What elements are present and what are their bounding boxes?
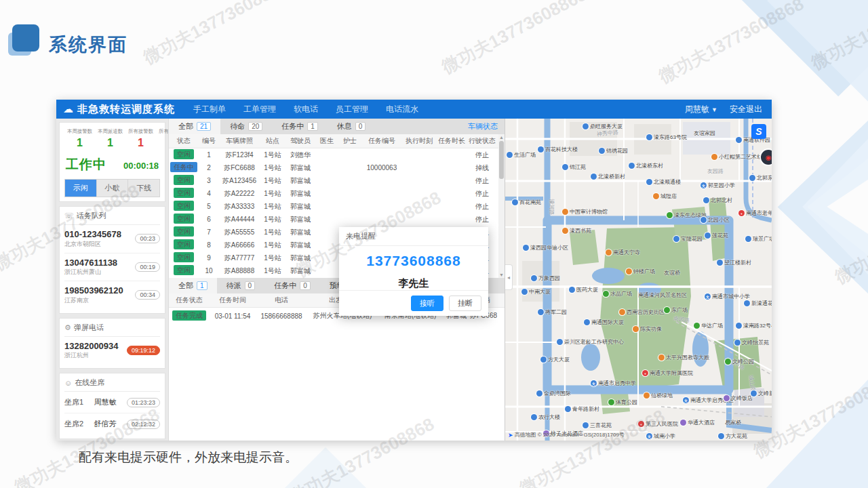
map-poi-label[interactable]: 将军二园 [538,308,567,316]
logout-button[interactable]: 安全退出 [730,104,762,115]
map-poi-label[interactable]: 文南通市启秀中学 [591,380,636,387]
panel-collapse-handle[interactable]: ◂ [505,264,513,290]
nav-item-电话流水[interactable]: 电话流水 [386,104,418,115]
map-poi-label[interactable]: +南通大学附属医院 [642,369,693,377]
scroll-up-icon[interactable]: ▲ [498,134,505,140]
map-poi-label[interactable]: 百花科技大楼 [538,146,578,153]
table-row[interactable]: 空闲3苏A1234561号站郭富城停止 [169,174,505,187]
tab-tasks-ontask[interactable]: 任务中0 [264,278,320,293]
map-poi-label[interactable]: 百花南苑 [512,199,541,206]
table-row[interactable]: 空闲6苏A444441号站郭富城停止 [169,213,505,226]
map-poi-label[interactable]: 南通濠河风景名胜区 [638,291,687,299]
map-poi-label[interactable]: 华通大酒店 [680,419,715,426]
map-poi-label[interactable]: 文峰公园 [725,358,754,365]
tab-vehicles-all[interactable]: 全部21 [169,119,220,134]
call-list-item[interactable]: 13047611138浙江杭州萧山00:19 [64,253,160,282]
map-layers-button[interactable]: S [751,124,766,139]
map-poi-label[interactable]: 文峰新村 [751,390,772,397]
map-poi-label[interactable]: 濠南路32号小区 [736,322,772,329]
map-poi-label[interactable]: 三喜花苑 [583,422,612,429]
map-poi-label[interactable]: 金鼎湾国际 [536,390,571,397]
map-poi-label[interactable]: 北园小区 [701,216,730,224]
map-poi-label[interactable]: 濠西园华迪小区 [523,244,568,251]
call-list-item[interactable]: 13282000934浙江杭州09:19:12 [64,337,160,365]
map-poi-label[interactable]: 水晶广场 [603,290,632,298]
map-poi-label[interactable]: 望江楼新村 [717,259,751,266]
map-poi-label[interactable]: 莲花苑 [705,232,728,239]
map-poi-label[interactable]: 西南营历史街区 [619,308,665,316]
poi-icon: 文 [701,182,707,188]
map-poi-label[interactable]: 南通天宁寺 [606,249,640,256]
map-poi-label[interactable]: 濠西书苑 [562,227,591,235]
answer-button[interactable]: 接听 [411,296,443,311]
map-poi-label[interactable]: 崇川区老龄工作研究中心 [557,338,624,346]
scroll-down-icon[interactable]: ▼ [498,272,505,278]
map-poi-label[interactable]: 太平兴国教寺大殿 [658,354,709,361]
map-poi-label[interactable]: 体育公园 [608,399,637,406]
map-poi-label[interactable]: 北郭北村 [703,197,732,204]
map-poi-label[interactable]: +第三人民医院 [638,420,678,428]
vehicle-table-scrollbar[interactable]: ▲ ▼ [498,134,505,278]
nav-item-软电话[interactable]: 软电话 [294,104,318,115]
map-poi-label[interactable]: 濠东路63号院 [646,134,687,141]
call-list-item[interactable]: 010-12345678北京市朝阳区00:23 [64,225,160,253]
tab-vehicles-rest[interactable]: 休息0 [328,119,376,134]
call-list-item[interactable]: 198503962120江苏南京00:34 [64,281,160,309]
map-poi-label[interactable]: 中国审计博物馆 [562,208,608,216]
map-poi-label[interactable]: 文峰饭店 [724,394,753,402]
map-poi-label[interactable]: 东广场 [664,306,688,314]
map-poi-label[interactable]: 城隍庙 [653,192,677,200]
map-poi-label[interactable]: 北濠桥新村 [591,173,625,180]
map-poi-label[interactable]: 易家桥 [725,419,741,426]
nav-item-工单管理[interactable]: 工单管理 [243,104,276,115]
nav-item-手工制单[interactable]: 手工制单 [193,104,226,115]
map-poi-label[interactable]: 新濠通花园 [744,300,772,307]
vehicle-status-link[interactable]: 车辆状态 [468,121,498,131]
map-poi-label[interactable]: 友谊桥 [664,269,680,277]
map-poi-label[interactable]: 仙桥绿地 [644,392,673,399]
map-poi-label[interactable]: 文峰怡景苑 [734,339,769,346]
map-poi-label[interactable]: 陈实功像 [633,325,662,333]
map-poi-label[interactable]: 万象西园 [531,274,560,282]
map-poi-label[interactable]: 友谊家园 [694,129,715,137]
map-poi-label[interactable]: 方天大厦 [540,356,570,363]
map-poi-label[interactable]: 锦江苑 [562,163,586,171]
tab-tasks-all[interactable]: 全部1 [169,278,217,293]
map-poi-label[interactable]: 文郭里园小学 [701,182,735,189]
map-poi-label[interactable]: 北濠顺通楼 [646,178,681,186]
nav-item-员工管理[interactable]: 员工管理 [336,104,368,115]
map-poi-label[interactable]: 青年路新村 [565,405,599,413]
scrollbar-thumb[interactable] [499,141,504,179]
table-row[interactable]: 空闲4苏A222221号站郭富城停止 [169,187,505,200]
map-poi-label[interactable]: +南通市老年康复医院 [738,209,772,217]
status-badge: 空闲 [174,239,194,249]
map-poi-label[interactable]: 鼎旺服务大厦 [583,123,623,130]
state-button-下线[interactable]: 下线 [127,180,159,197]
map-poi-label[interactable]: 农行大楼 [531,413,560,421]
map-poi-label[interactable]: 北郭东村北 [749,174,772,182]
table-row[interactable]: 任务中2苏FC66881号站郭富城10000063掉线 [169,161,505,174]
table-row[interactable]: 空闲5苏A333331号站郭富城停止 [169,200,505,213]
user-menu[interactable]: 周慧敏 ▼ [685,104,717,115]
state-button-小歇[interactable]: 小歇 [96,180,128,197]
tab-vehicles-ontask[interactable]: 任务中1 [272,119,328,134]
table-row[interactable]: 空闲1苏F123f41号站刘德华停止 [169,148,505,161]
map-poi-label[interactable]: 中南大厦 [521,288,551,296]
map-poi-label[interactable]: 宝隆花园 [673,235,703,243]
map-poi-label[interactable]: 文城南小学 [646,432,675,440]
map-panel[interactable]: 鼎旺服务大厦濠东路63号院友谊家园南通软件园百花科技大楼锦绣花园小红帽第二艺术幼… [505,119,772,441]
map-poi-label[interactable]: 北濠桥东村 [629,162,663,169]
map-poi-label[interactable]: 钟楼广场 [626,268,655,275]
map-poi-label[interactable]: 华达广场 [694,322,723,329]
map-poi-label[interactable]: 医药大厦 [569,286,598,293]
map-poi-label[interactable]: 锦绣花园 [599,147,628,155]
hangup-button[interactable]: 挂断 [449,296,481,311]
tab-vehicles-standby[interactable]: 待命20 [220,119,272,134]
tab-tasks-pending[interactable]: 待派0 [217,278,265,293]
map-poi-label[interactable]: 方大花苑 [718,432,747,440]
state-button-示闲[interactable]: 示闲 [65,180,96,197]
map-poi-label[interactable]: 生活广场 [507,151,536,159]
map-poi-label[interactable]: 瑞景广场 [745,235,772,243]
map-poi-label[interactable]: 南通国际大厦 [584,319,624,326]
map-poi-label[interactable]: 文南通市城中小学 [705,293,750,300]
